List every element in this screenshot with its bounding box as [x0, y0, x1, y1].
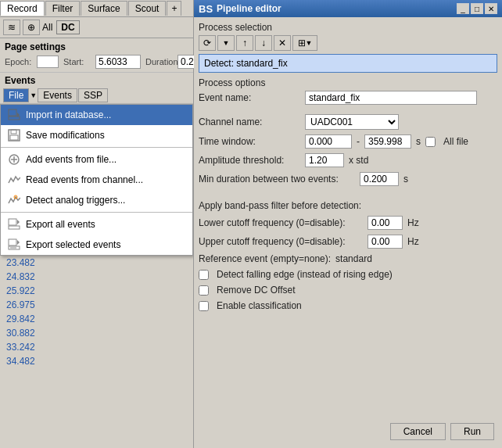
- page-settings-row: Epoch: Start: Duration: s: [5, 55, 188, 69]
- time-end-input[interactable]: [364, 134, 411, 149]
- upper-freq-input[interactable]: [368, 235, 403, 249]
- export-all-item[interactable]: Export all events: [1, 214, 192, 235]
- delete-button[interactable]: ✕: [274, 35, 291, 51]
- move-down-button[interactable]: ↓: [255, 35, 272, 51]
- import-database-item[interactable]: Import in database...: [1, 105, 192, 125]
- event-item-2[interactable]: 25.922: [0, 284, 181, 298]
- separator-1: [1, 147, 192, 148]
- tab-scout[interactable]: Scout: [128, 1, 167, 16]
- svg-marker-15: [17, 240, 20, 245]
- lower-freq-unit: Hz: [407, 217, 419, 228]
- process-options-section: Process options Event name: Channel name…: [199, 77, 497, 311]
- bandpass-row: Apply band-pass filter before detection:: [199, 200, 497, 211]
- read-channel-item[interactable]: Read events from channel...: [1, 170, 192, 190]
- run-button[interactable]: Run: [450, 423, 494, 440]
- epoch-input[interactable]: [37, 56, 59, 68]
- arrow-down-btn[interactable]: ▼: [217, 35, 235, 51]
- amplitude-input[interactable]: [305, 153, 344, 167]
- events-list: 23.482 24.832 25.922 26.975 29.842 30.88…: [0, 256, 193, 448]
- import-icon: [7, 108, 21, 122]
- minimize-button[interactable]: _: [457, 3, 469, 14]
- time-start-input[interactable]: [305, 134, 352, 149]
- tab-filter[interactable]: Filter: [45, 1, 81, 16]
- falling-edge-checkbox[interactable]: [199, 270, 209, 280]
- down-arrow-icon: ↓: [261, 38, 266, 48]
- tab-record[interactable]: Record: [0, 1, 45, 16]
- time-window-label: Time window:: [199, 136, 300, 147]
- window-titlebar: BS Pipeline editor _ □ ✕: [194, 0, 502, 17]
- ssp-menu-button[interactable]: SSP: [78, 88, 108, 102]
- all-file-checkbox[interactable]: [425, 137, 436, 147]
- events-title: Events: [0, 73, 193, 88]
- min-duration-row: Min duration between two events: s: [199, 172, 497, 186]
- events-menu-button[interactable]: Events: [38, 88, 77, 102]
- save-modifications-item[interactable]: Save modifications: [1, 125, 192, 145]
- svg-rect-0: [9, 116, 20, 120]
- svg-marker-12: [17, 220, 20, 224]
- svg-rect-10: [9, 226, 20, 229]
- move-up-button[interactable]: ↑: [236, 35, 253, 51]
- save-text: Save modifications: [26, 130, 105, 141]
- event-item-7[interactable]: 34.482: [0, 354, 181, 368]
- event-item-3[interactable]: 26.975: [0, 298, 181, 312]
- dc-button[interactable]: DC: [56, 20, 79, 34]
- pipeline-icon: ⊞: [298, 38, 306, 48]
- event-item-6[interactable]: 33.242: [0, 340, 181, 354]
- bs-logo: BS: [199, 3, 213, 15]
- min-duration-input[interactable]: [360, 172, 399, 186]
- event-name-input[interactable]: [305, 91, 477, 105]
- close-button[interactable]: ✕: [485, 3, 497, 14]
- event-item-1[interactable]: 24.832: [0, 270, 181, 284]
- maximize-button[interactable]: □: [471, 3, 483, 14]
- scrollbar[interactable]: [181, 256, 193, 448]
- up-arrow-icon: ↑: [242, 38, 247, 48]
- events-list-content: 23.482 24.832 25.922 26.975 29.842 30.88…: [0, 256, 181, 448]
- tab-bar: Record Filter Surface Scout +: [0, 0, 193, 17]
- min-duration-label: Min duration between two events:: [199, 174, 355, 185]
- remove-dc-row: Remove DC Offset: [199, 285, 497, 296]
- channel-name-select[interactable]: UADC001: [305, 114, 399, 130]
- detect-icon: [7, 193, 21, 207]
- detect-triggers-item[interactable]: Detect analog triggers...: [1, 190, 192, 210]
- duration-label: Duration:: [145, 57, 173, 66]
- ref-event-row: Reference event (empty=none): standard: [199, 253, 497, 264]
- refresh-button[interactable]: ⟳: [199, 35, 216, 51]
- cancel-button[interactable]: Cancel: [390, 423, 446, 440]
- export-selected-item[interactable]: Export selected events: [1, 235, 192, 255]
- lower-freq-row: Lower cutoff frequency (0=disable): Hz: [199, 216, 497, 230]
- enable-class-checkbox[interactable]: [199, 301, 209, 311]
- file-menu-button[interactable]: File: [3, 88, 29, 102]
- export-all-text: Export all events: [26, 219, 95, 230]
- falling-edge-label: Detect falling edge (instead of rising e…: [217, 269, 393, 280]
- page-settings: Page settings Epoch: Start: Duration: s: [0, 38, 193, 73]
- pipeline-content: Process selection ⟳ ▼ ↑ ↓ ✕: [194, 17, 502, 448]
- read-channel-icon: [7, 173, 21, 187]
- at-icon: ⊕: [27, 22, 35, 33]
- tab-add[interactable]: +: [167, 1, 181, 16]
- remove-dc-checkbox[interactable]: [199, 285, 209, 296]
- event-item-5[interactable]: 30.882: [0, 326, 181, 340]
- toolbar-arrow: ▼: [30, 91, 37, 99]
- wave-button[interactable]: ≋: [3, 20, 20, 35]
- event-name-row: Event name:: [199, 91, 497, 105]
- tab-surface[interactable]: Surface: [81, 1, 127, 16]
- wave-icon: ≋: [8, 22, 16, 33]
- read-channel-text: Read events from channel...: [26, 174, 143, 185]
- svg-rect-5: [10, 135, 18, 140]
- import-text: Import in database...: [26, 109, 111, 120]
- at-button[interactable]: ⊕: [23, 20, 40, 35]
- min-duration-unit: s: [403, 174, 408, 185]
- selected-process[interactable]: Detect: standard_fix: [199, 54, 497, 73]
- add-events-item[interactable]: Add events from file...: [1, 149, 192, 170]
- enable-class-row: Enable classification: [199, 300, 497, 311]
- upper-freq-label: Upper cutoff frequency (0=disable):: [199, 236, 363, 247]
- event-item-0[interactable]: 23.482: [0, 256, 181, 270]
- pipeline-settings-button[interactable]: ⊞ ▼: [292, 35, 317, 51]
- svg-rect-1: [9, 109, 16, 116]
- event-item-4[interactable]: 29.842: [0, 312, 181, 326]
- lower-freq-input[interactable]: [368, 216, 403, 230]
- upper-freq-row: Upper cutoff frequency (0=disable): Hz: [199, 235, 497, 249]
- start-input[interactable]: [95, 55, 141, 69]
- all-label: All: [42, 22, 52, 33]
- time-window-row: Time window: - s All file: [199, 134, 497, 149]
